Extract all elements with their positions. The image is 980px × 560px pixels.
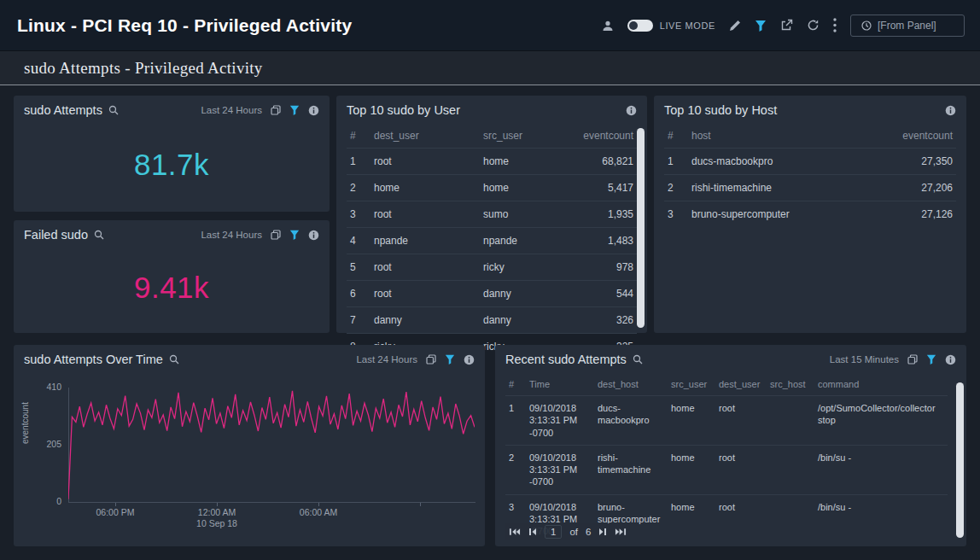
column-header: dest_user bbox=[370, 125, 480, 149]
table-cell: 1 bbox=[347, 149, 370, 175]
x-tick-label: 06:00 PM bbox=[96, 507, 135, 517]
table-cell: root bbox=[370, 281, 480, 307]
pagination-last-button[interactable] bbox=[615, 528, 627, 536]
panel-title: Recent sudo Attempts bbox=[505, 353, 643, 366]
table-cell: 1,935 bbox=[577, 201, 637, 228]
scrollbar-thumb[interactable] bbox=[956, 382, 964, 538]
table-cell: /bin/su - bbox=[814, 445, 948, 494]
magnify-icon[interactable] bbox=[169, 354, 179, 365]
table-cell: home bbox=[370, 175, 480, 201]
table-cell bbox=[767, 396, 814, 446]
panel-sudo-over-time: sudo Attempts Over Time Last 24 Hours 41… bbox=[14, 345, 485, 546]
magnify-icon[interactable] bbox=[94, 230, 104, 240]
panel-top10-by-user: Top 10 sudo by User #dest_usersrc_userev… bbox=[336, 96, 647, 333]
y-tick-label: 410 bbox=[24, 382, 61, 392]
table-cell: 5,417 bbox=[577, 175, 637, 201]
column-header: # bbox=[347, 125, 370, 149]
table-cell: 1,483 bbox=[577, 228, 637, 254]
filter-funnel-icon[interactable] bbox=[926, 354, 936, 365]
dashboard-title: Linux - PCI Req 10 - Privileged Activity bbox=[17, 15, 352, 36]
share-icon[interactable] bbox=[780, 19, 793, 32]
from-panel-button[interactable]: [From Panel] bbox=[850, 15, 965, 37]
info-icon[interactable] bbox=[464, 354, 475, 365]
pagination-page-number[interactable]: 1 bbox=[545, 525, 562, 539]
table-cell: 1 bbox=[664, 149, 688, 175]
column-header: # bbox=[505, 374, 526, 396]
table-cell: 3 bbox=[347, 201, 370, 228]
table-cell: 2 bbox=[505, 445, 526, 494]
table-row[interactable]: 2rishi-timemachine27,206 bbox=[664, 175, 956, 201]
table-cell: home bbox=[668, 396, 715, 446]
table-cell: ducs-macbookpro bbox=[688, 149, 871, 175]
pagination-prev-button[interactable] bbox=[528, 528, 537, 536]
info-icon[interactable] bbox=[945, 105, 956, 116]
recent-attempts-table: #Timedest_hostsrc_userdest_usersrc_hostc… bbox=[505, 374, 948, 544]
table-cell: 544 bbox=[577, 281, 637, 307]
table-cell: 3 bbox=[664, 201, 688, 228]
table-cell: danny bbox=[480, 307, 577, 334]
table-row[interactable]: 209/10/2018 3:13:31 PM -0700rishi-timema… bbox=[505, 445, 948, 494]
failed-sudo-count: 9.41k bbox=[134, 271, 209, 305]
time-range-label: Last 24 Hours bbox=[201, 105, 262, 115]
panel-title: sudo Attempts Over Time bbox=[24, 353, 179, 366]
edit-pencil-icon[interactable] bbox=[729, 20, 741, 32]
dashboard-header: Linux - PCI Req 10 - Privileged Activity… bbox=[0, 0, 980, 51]
user-icon[interactable] bbox=[602, 20, 614, 32]
copy-icon[interactable] bbox=[271, 105, 281, 115]
live-mode-toggle[interactable] bbox=[627, 20, 653, 32]
column-header: host bbox=[688, 125, 871, 149]
column-header: # bbox=[664, 125, 688, 149]
filter-funnel-icon[interactable] bbox=[289, 105, 300, 115]
table-cell: rishi-timemachine bbox=[594, 445, 668, 494]
table-cell: 326 bbox=[577, 307, 637, 334]
table-cell: 2 bbox=[347, 175, 370, 201]
table-row[interactable]: 2homehome5,417 bbox=[347, 175, 637, 201]
filter-funnel-icon[interactable] bbox=[289, 230, 300, 240]
table-cell: 4 bbox=[347, 228, 370, 254]
table-row[interactable]: 5rootricky978 bbox=[347, 254, 637, 281]
table-cell bbox=[767, 494, 814, 543]
header-actions: LIVE MODE [From Panel] bbox=[602, 15, 965, 37]
scrollbar-thumb[interactable] bbox=[637, 128, 645, 328]
x-tick-label: 12:00 AM bbox=[198, 507, 236, 517]
pagination-of-label: of bbox=[569, 527, 578, 537]
table-row[interactable]: 4npandenpande1,483 bbox=[347, 228, 637, 254]
pagination-first-button[interactable] bbox=[509, 528, 521, 536]
sudo-attempts-count: 81.7k bbox=[134, 148, 209, 182]
column-header: eventcount bbox=[577, 125, 637, 149]
pagination-next-button[interactable] bbox=[598, 528, 607, 536]
info-icon[interactable] bbox=[945, 354, 956, 365]
top-user-table: #dest_usersrc_usereventcount 1roothome68… bbox=[347, 125, 637, 359]
table-row[interactable]: 3bruno-supercomputer27,126 bbox=[664, 201, 956, 228]
info-icon[interactable] bbox=[626, 105, 637, 116]
more-menu-icon[interactable] bbox=[833, 18, 837, 32]
toggle-knob bbox=[629, 21, 638, 30]
table-cell: 27,126 bbox=[871, 201, 956, 228]
filter-funnel-icon[interactable] bbox=[755, 20, 767, 32]
info-icon[interactable] bbox=[308, 230, 319, 241]
x-tick-date-label: 10 Sep 18 bbox=[196, 518, 237, 528]
table-row[interactable]: 7dannydanny326 bbox=[347, 307, 637, 334]
table-cell: 7 bbox=[347, 307, 370, 334]
table-row[interactable]: 1ducs-macbookpro27,350 bbox=[664, 149, 956, 175]
table-row[interactable]: 1roothome68,821 bbox=[347, 149, 637, 175]
info-icon[interactable] bbox=[308, 105, 319, 116]
table-cell: root bbox=[370, 254, 480, 281]
live-mode-label: LIVE MODE bbox=[660, 20, 715, 31]
table-row[interactable]: 3rootsumo1,935 bbox=[347, 201, 637, 228]
table-cell: 27,206 bbox=[871, 175, 956, 201]
magnify-icon[interactable] bbox=[108, 105, 119, 115]
table-row[interactable]: 6rootdanny544 bbox=[347, 281, 637, 307]
filter-funnel-icon[interactable] bbox=[445, 354, 455, 365]
table-cell: 68,821 bbox=[577, 149, 637, 175]
copy-icon[interactable] bbox=[426, 354, 436, 365]
column-header: src_user bbox=[668, 374, 715, 396]
table-row[interactable]: 109/10/2018 3:13:31 PM -0700ducs-macbook… bbox=[505, 396, 948, 446]
magnify-icon[interactable] bbox=[633, 354, 643, 365]
refresh-icon[interactable] bbox=[807, 19, 820, 32]
line-chart-plot[interactable] bbox=[68, 388, 475, 502]
copy-icon[interactable] bbox=[907, 354, 918, 365]
copy-icon[interactable] bbox=[271, 230, 281, 240]
column-header: eventcount bbox=[871, 125, 956, 149]
table-cell: root bbox=[370, 201, 480, 228]
